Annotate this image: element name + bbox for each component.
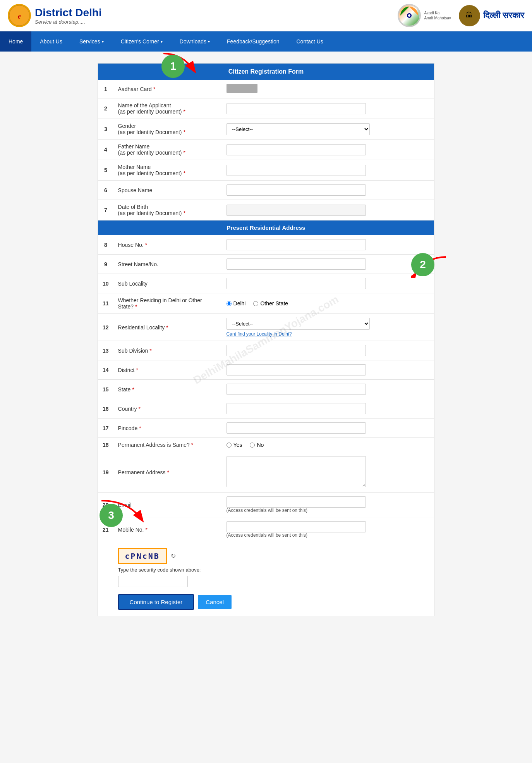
nav-citizens-corner[interactable]: Citizen's Corner ▾ <box>112 31 171 52</box>
state-input[interactable] <box>227 384 366 395</box>
table-row: 21 Mobile No. * (Access credentials will… <box>98 517 434 542</box>
cancel-button[interactable]: Cancel <box>198 595 232 609</box>
azadi-icon <box>398 4 421 27</box>
row-input <box>222 80 434 98</box>
captcha-refresh-button[interactable]: ↻ <box>171 552 176 560</box>
table-row: 17 Pincode * <box>98 419 434 438</box>
logo-icon: e <box>8 4 31 27</box>
aadhaar-masked-value <box>227 84 257 93</box>
captcha-controls: cPNcNB ↻ <box>118 548 429 564</box>
nav-downloads[interactable]: Downloads ▾ <box>171 31 218 52</box>
table-row: 3 Gender(as per Identity Document) * --S… <box>98 119 434 140</box>
table-row: 1 Aadhaar Card * <box>98 80 434 98</box>
nav-contact-us[interactable]: Contact Us <box>288 31 332 52</box>
mobile-hint: (Access credentials will be sent on this… <box>227 532 429 538</box>
applicant-name-input[interactable] <box>227 103 366 114</box>
azadi-badge: Azadi KaAmrit Mahotsav <box>398 4 451 27</box>
table-row: 13 Sub Division * <box>98 341 434 360</box>
annotation-1: 1 <box>161 52 198 78</box>
perm-yes-label[interactable]: Yes <box>227 442 242 448</box>
email-hint: (Access credentials will be sent on this… <box>227 508 429 513</box>
section2-header: Present Residential Address <box>98 220 434 235</box>
table-row: 10 Sub Locality <box>98 274 434 293</box>
table-row: 7 Date of Birth(as per Identity Document… <box>98 200 434 220</box>
table-row: 8 House No. * <box>98 235 434 255</box>
permanent-address-textarea[interactable] <box>227 456 366 487</box>
header-right: Azadi KaAmrit Mahotsav 🏛 दिल्ली सरकार <box>398 4 524 27</box>
svg-point-4 <box>408 14 410 17</box>
table-row: 5 Mother Name(as per Identity Document) … <box>98 160 434 181</box>
perm-no-radio[interactable] <box>250 443 255 448</box>
header: e District Delhi Service at doorstep....… <box>0 0 532 31</box>
captcha-image: cPNcNB <box>118 548 167 564</box>
country-input[interactable] <box>227 403 366 414</box>
gender-select[interactable]: --Select-- Male Female Other <box>227 123 370 135</box>
table-row: 14 District * <box>98 360 434 380</box>
cant-find-locality-link[interactable]: Cant find your Locality in Delhi? <box>227 331 429 337</box>
logo-area: e District Delhi Service at doorstep....… <box>8 4 102 27</box>
table-row: 12 Residential Locality * --Select-- Can… <box>98 314 434 341</box>
citizens-corner-dropdown-arrow: ▾ <box>161 40 163 44</box>
table-row: 6 Spouse Name <box>98 181 434 200</box>
residing-delhi-radio[interactable] <box>227 301 232 306</box>
table-row: 9 Street Name/No. <box>98 255 434 274</box>
district-input[interactable] <box>227 364 366 375</box>
logo-subtitle: Service at doorstep..... <box>35 19 102 25</box>
nav-about-us[interactable]: About Us <box>31 31 71 52</box>
registration-form: Citizen Registration Form 1 Aadhaar Card… <box>98 63 434 616</box>
captcha-label: Type the security code shown above: <box>118 567 429 573</box>
table-row: 19 Permanent Address * <box>98 452 434 493</box>
logo-text: District Delhi Service at doorstep..... <box>35 7 102 25</box>
spouse-name-input[interactable] <box>227 184 366 196</box>
table-row: 4 Father Name(as per Identity Document) … <box>98 140 434 160</box>
pincode-input[interactable] <box>227 422 366 434</box>
permanent-address-same-group: Yes No <box>227 442 429 448</box>
nav-feedback[interactable]: Feedback/Suggestion <box>218 31 288 52</box>
perm-no-label[interactable]: No <box>250 442 264 448</box>
table-row: 2 Name of the Applicant(as per Identity … <box>98 98 434 119</box>
form-title: Citizen Registration Form <box>98 64 434 80</box>
locality-select[interactable]: --Select-- <box>227 318 370 330</box>
table-row: 18 Permanent Address is Same? * Yes No <box>98 438 434 452</box>
nav-home[interactable]: Home <box>0 31 31 52</box>
mother-name-input[interactable] <box>227 165 366 176</box>
emblem-icon: 🏛 <box>459 5 480 26</box>
sub-locality-input[interactable] <box>227 278 366 289</box>
perm-yes-radio[interactable] <box>227 443 232 448</box>
main-content: 1 2 3 De <box>92 63 440 616</box>
residing-delhi-label[interactable]: Delhi <box>227 300 246 307</box>
email-input[interactable] <box>227 496 366 508</box>
annotation-circle-1: 1 <box>161 55 185 78</box>
residing-other-radio[interactable] <box>253 301 258 306</box>
table-row: 20 Email (Access credentials will be sen… <box>98 493 434 517</box>
dob-input[interactable] <box>227 205 366 216</box>
delhi-sarkar-label: दिल्ली सरकार <box>483 10 524 21</box>
delhi-sarkar: 🏛 दिल्ली सरकार <box>459 5 524 26</box>
navbar: Home About Us Services ▾ Citizen's Corne… <box>0 31 532 52</box>
azadi-text: Azadi KaAmrit Mahotsav <box>424 10 451 21</box>
annotation-circle-2: 2 <box>411 253 434 276</box>
father-name-input[interactable] <box>227 144 366 155</box>
annotation-circle-3: 3 <box>100 504 123 527</box>
captcha-input[interactable] <box>118 576 188 587</box>
street-name-input[interactable] <box>227 258 366 270</box>
captcha-area: cPNcNB ↻ Type the security code shown ab… <box>118 548 429 610</box>
house-no-input[interactable] <box>227 239 366 250</box>
table-row: 15 State * <box>98 380 434 399</box>
continue-to-register-button[interactable]: Continue to Register <box>118 594 194 610</box>
captcha-row: cPNcNB ↻ Type the security code shown ab… <box>98 542 434 616</box>
form-table: 1 Aadhaar Card * 2 Name of the Applicant… <box>98 80 434 616</box>
nav-services[interactable]: Services ▾ <box>71 31 112 52</box>
annotation-3: 3 <box>100 497 144 527</box>
section-header-row: Present Residential Address <box>98 220 434 235</box>
mobile-input[interactable] <box>227 521 366 532</box>
residing-other-label[interactable]: Other State <box>253 300 288 307</box>
svg-text:e: e <box>18 12 21 20</box>
row-label: Aadhaar Card * <box>113 80 222 98</box>
row-number: 1 <box>98 80 113 98</box>
residing-radio-group: Delhi Other State <box>227 300 429 307</box>
table-row: 16 Country * <box>98 399 434 419</box>
sub-division-input[interactable] <box>227 345 366 356</box>
button-row: Continue to Register Cancel <box>118 594 429 610</box>
logo-title: District Delhi <box>35 7 102 19</box>
